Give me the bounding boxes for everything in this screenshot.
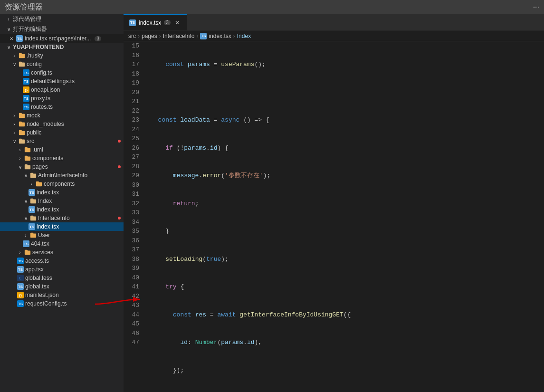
folder-admin-components[interactable]: › components [0, 180, 124, 188]
chevron-right-icon5: › [17, 147, 23, 153]
close-icon[interactable]: ✕ [10, 36, 13, 41]
titlebar-title: 资源管理器 [5, 2, 43, 12]
mock-label: mock [27, 112, 40, 119]
proxy-ts-label: proxy.ts [31, 95, 50, 102]
file-app-tsx[interactable]: TS app.tsx [0, 265, 124, 274]
public-label: public [27, 129, 41, 136]
manifest-json-icon: {} [17, 292, 24, 298]
404-tsx-icon: TS [23, 240, 29, 247]
file-config-ts[interactable]: TS config.ts [0, 68, 124, 77]
folder-components[interactable]: › components [0, 154, 124, 163]
request-config-ts-icon: TS [17, 300, 24, 307]
file-global-tsx[interactable]: TS global.tsx [0, 282, 124, 291]
index-folder-label: Index [38, 198, 52, 204]
tab-close-button[interactable]: ✕ [173, 19, 181, 26]
app-tsx-icon: TS [17, 266, 24, 273]
tsx-icon: TS [16, 35, 23, 42]
src-folder-icon [19, 138, 25, 144]
global-tsx-icon: TS [17, 283, 24, 290]
breadcrumb-file-icon: TS [200, 33, 207, 39]
services-label: services [32, 249, 53, 256]
breadcrumb-pages[interactable]: pages [142, 33, 157, 39]
breadcrumb-interfaceinfo[interactable]: InterfaceInfo [163, 33, 195, 39]
open-file-label: index.tsx src\pages\Inter... [25, 35, 91, 42]
tab-label: index.tsx [139, 19, 161, 26]
chevron-down-icon2: ∨ [6, 45, 11, 50]
src-badge [118, 140, 121, 143]
editor-area: TS index.tsx 3 ✕ src › pages › Interface… [124, 14, 544, 392]
chevron-down-icon6: ∨ [23, 173, 29, 178]
breadcrumb-src[interactable]: src [128, 33, 136, 39]
breadcrumb-sep2: › [159, 33, 161, 39]
folder-node-modules[interactable]: › node_modules [0, 120, 124, 128]
admin-index-tsx-label: index.tsx [37, 189, 59, 196]
global-less-label: global.less [25, 275, 52, 281]
file-proxy-ts[interactable]: TS proxy.ts [0, 94, 124, 103]
folder-public[interactable]: › public [0, 128, 124, 137]
admin-comp-folder-icon [36, 181, 42, 187]
folder-husky[interactable]: › .husky [0, 51, 124, 60]
file-request-config-ts[interactable]: TS requestConfig.ts [0, 299, 124, 308]
folder-icon [19, 52, 25, 59]
chevron-right-icon7: › [29, 182, 34, 187]
folder-user[interactable]: › User [0, 231, 124, 239]
chevron-down-icon5: ∨ [17, 164, 23, 170]
file-interfaceinfo-index-tsx[interactable]: TS index.tsx [0, 222, 124, 231]
breadcrumb-symbol[interactable]: Index [237, 33, 251, 39]
open-editor-item[interactable]: ✕ TS index.tsx src\pages\Inter... 3 [0, 34, 124, 43]
sidebar-open-editors[interactable]: ∨ 打开的编辑器 [0, 24, 124, 34]
interfaceinfo-label: InterfaceInfo [38, 215, 70, 221]
folder-services[interactable]: › services [0, 248, 124, 257]
folder-pages[interactable]: ∨ pages [0, 163, 124, 171]
app-tsx-label: app.tsx [25, 266, 44, 273]
folder-mock[interactable]: › mock [0, 111, 124, 120]
file-default-settings[interactable]: TS defaultSettings.ts [0, 77, 124, 86]
index-tsx-icon: TS [29, 206, 35, 213]
folder-index[interactable]: ∨ Index [0, 197, 124, 205]
folder-interfaceinfo[interactable]: ∨ InterfaceInfo [0, 214, 124, 222]
components-label: components [32, 155, 63, 162]
folder-src[interactable]: ∨ src [0, 137, 124, 145]
user-label: User [38, 232, 50, 239]
user-folder-icon [30, 232, 37, 239]
tab-badge: 3 [164, 20, 171, 25]
file-oneapi-json[interactable]: {} oneapi.json [0, 86, 124, 94]
pages-folder-icon [24, 163, 31, 170]
admin-folder-icon [30, 172, 37, 179]
folder-open-icon [19, 61, 25, 67]
breadcrumb: src › pages › InterfaceInfo › TS index.t… [124, 31, 544, 41]
components-folder-icon [24, 155, 31, 162]
sidebar-source-control[interactable]: › 源代码管理 [0, 14, 124, 24]
folder-icon3 [19, 121, 25, 127]
file-global-less[interactable]: L global.less [0, 274, 124, 282]
breadcrumb-file[interactable]: index.tsx [209, 33, 231, 39]
folder-umi[interactable]: › .umi [0, 145, 124, 154]
folder-config[interactable]: ∨ config [0, 60, 124, 68]
folder-icon4 [19, 129, 25, 136]
services-folder-icon [24, 249, 31, 256]
file-404-tsx[interactable]: TS 404.tsx [0, 239, 124, 248]
node-modules-label: node_modules [27, 121, 64, 127]
config-label: config [27, 61, 42, 67]
chevron-down-icon4: ∨ [11, 139, 17, 144]
index-tsx-label: index.tsx [37, 206, 59, 213]
file-index-tsx[interactable]: TS index.tsx [0, 205, 124, 214]
access-ts-label: access.ts [25, 258, 49, 264]
tab-index-tsx[interactable]: TS index.tsx 3 ✕ [124, 14, 187, 30]
project-label: YUAPI-FRONTEND [13, 44, 64, 50]
file-access-ts[interactable]: TS access.ts [0, 257, 124, 265]
pages-badge [118, 165, 121, 168]
folder-admin-interfaceinfo[interactable]: ∨ Admin\InterfaceInfo [0, 171, 124, 180]
file-routes-ts[interactable]: TS routes.ts [0, 103, 124, 111]
sidebar-project[interactable]: ∨ YUAPI-FRONTEND [0, 43, 124, 51]
code-editor[interactable]: 15 16 17 18 19 20 21 22 23 24 25 26 27 2… [124, 41, 544, 392]
tab-bar: TS index.tsx 3 ✕ [124, 14, 544, 31]
chevron-down-icon8: ∨ [23, 216, 29, 221]
oneapi-json-label: oneapi.json [31, 86, 60, 93]
chevron-right-icon2: › [11, 113, 17, 118]
file-manifest-json[interactable]: {} manifest.json [0, 291, 124, 299]
titlebar-dots[interactable]: ··· [533, 3, 539, 11]
request-config-ts-label: requestConfig.ts [25, 300, 67, 307]
open-file-badge: 3 [95, 36, 101, 41]
file-admin-index-tsx[interactable]: TS index.tsx [0, 188, 124, 197]
